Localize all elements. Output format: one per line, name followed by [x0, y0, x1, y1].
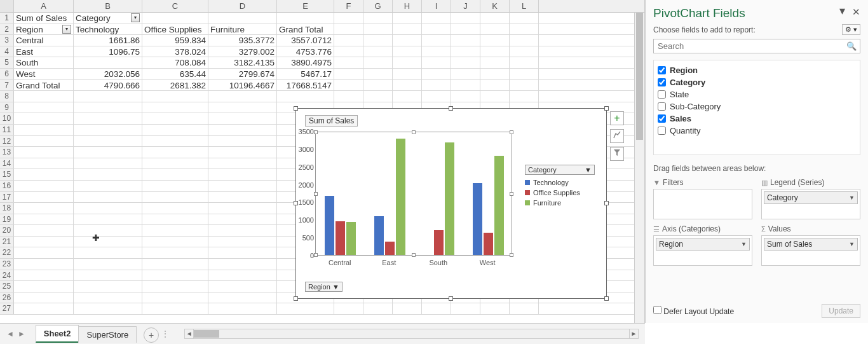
cell[interactable]	[422, 35, 451, 46]
bar[interactable]	[494, 156, 504, 255]
row-header[interactable]: 21	[0, 237, 14, 247]
cell[interactable]	[142, 292, 208, 303]
cell[interactable]	[480, 303, 510, 314]
cell[interactable]	[480, 91, 510, 102]
cell[interactable]	[334, 303, 363, 314]
cell[interactable]: West	[14, 69, 74, 79]
cell[interactable]	[334, 46, 363, 57]
cell[interactable]	[334, 13, 363, 24]
col-header-J[interactable]: J	[451, 0, 480, 12]
chart-title[interactable]: Sum of Sales	[305, 115, 358, 127]
cell[interactable]: 708.084	[142, 57, 208, 68]
cell[interactable]	[142, 91, 208, 102]
cell[interactable]	[422, 46, 451, 57]
col-header-B[interactable]: B	[74, 0, 142, 12]
cell[interactable]	[74, 303, 142, 314]
cell[interactable]	[142, 125, 208, 135]
cell[interactable]	[208, 13, 277, 24]
cell[interactable]	[74, 214, 142, 225]
cell[interactable]	[14, 259, 74, 270]
cell[interactable]	[74, 169, 142, 180]
cell[interactable]	[363, 46, 393, 57]
cell[interactable]	[393, 46, 422, 57]
row-header[interactable]: 10	[0, 113, 14, 124]
cell[interactable]	[334, 35, 363, 46]
field-checkbox[interactable]	[658, 102, 666, 111]
col-header-I[interactable]: I	[422, 0, 451, 12]
field-item-state[interactable]: State	[656, 88, 857, 100]
cell[interactable]	[277, 91, 334, 102]
bar[interactable]	[374, 216, 384, 255]
cell[interactable]: 2032.056	[74, 69, 142, 79]
cell[interactable]	[393, 80, 422, 91]
cell[interactable]	[334, 57, 363, 68]
cell[interactable]	[208, 192, 277, 203]
cell[interactable]	[363, 69, 393, 79]
bar[interactable]	[396, 139, 405, 255]
cell[interactable]: Category▾	[74, 13, 142, 24]
row-header[interactable]: 15	[0, 169, 14, 180]
cell[interactable]	[451, 13, 480, 24]
field-checkbox[interactable]	[658, 66, 666, 74]
cell[interactable]	[451, 24, 480, 35]
cell[interactable]	[14, 192, 74, 203]
cell[interactable]	[142, 136, 208, 147]
cell[interactable]	[363, 303, 393, 314]
pivot-chart[interactable]: Sum of Sales 050010001500200025003000350…	[295, 108, 607, 299]
cell[interactable]	[74, 113, 142, 124]
axis-chip-region[interactable]: Region▼	[656, 238, 750, 251]
bar[interactable]	[325, 196, 334, 255]
cell[interactable]	[74, 225, 142, 236]
cell[interactable]	[393, 69, 422, 79]
cell[interactable]	[74, 125, 142, 135]
cell[interactable]	[208, 247, 277, 258]
cell[interactable]	[510, 24, 539, 35]
cell[interactable]	[142, 158, 208, 169]
cell[interactable]	[277, 13, 334, 24]
cell[interactable]	[208, 270, 277, 281]
cell[interactable]	[14, 102, 74, 113]
field-checkbox[interactable]	[658, 78, 666, 86]
bar[interactable]	[473, 183, 482, 255]
cell[interactable]	[363, 57, 393, 68]
horizontal-scrollbar[interactable]: ◄►	[184, 329, 639, 339]
bar[interactable]	[385, 242, 395, 255]
cell[interactable]: 2799.674	[208, 69, 277, 79]
row-header[interactable]: 26	[0, 292, 14, 303]
col-header-F[interactable]: F	[334, 0, 363, 12]
axis-region-button[interactable]: Region ▼	[305, 282, 342, 292]
cell[interactable]	[74, 91, 142, 102]
row-header[interactable]: 11	[0, 125, 14, 135]
cell[interactable]	[74, 158, 142, 169]
cell[interactable]	[208, 147, 277, 158]
cell[interactable]: Region▾	[14, 24, 74, 35]
cell[interactable]	[422, 69, 451, 79]
cell[interactable]	[510, 13, 539, 24]
cell[interactable]	[480, 69, 510, 79]
row-header[interactable]: 16	[0, 181, 14, 191]
cell[interactable]	[142, 147, 208, 158]
cell[interactable]	[14, 214, 74, 225]
col-header-L[interactable]: L	[510, 0, 539, 12]
cell[interactable]	[208, 237, 277, 247]
cell[interactable]	[208, 91, 277, 102]
chart-legend[interactable]: Category▼ TechnologyOffice SuppliesFurni…	[525, 165, 595, 209]
cell[interactable]: 1661.86	[74, 35, 142, 46]
legend-item[interactable]: Furniture	[525, 199, 595, 207]
cell[interactable]	[451, 57, 480, 68]
row-header[interactable]: 1	[0, 13, 14, 24]
cell[interactable]	[74, 57, 142, 68]
col-header-H[interactable]: H	[393, 0, 422, 12]
cell[interactable]: 4790.666	[74, 80, 142, 91]
cell[interactable]	[142, 237, 208, 247]
tab-nav-buttons[interactable]: ◄►	[0, 329, 32, 338]
cell[interactable]	[74, 237, 142, 247]
cell[interactable]	[363, 91, 393, 102]
bar[interactable]	[484, 233, 493, 255]
cell[interactable]	[334, 80, 363, 91]
cell[interactable]	[510, 91, 539, 102]
cell[interactable]	[393, 57, 422, 68]
cell[interactable]	[14, 303, 74, 314]
cell[interactable]: 4753.776	[277, 46, 334, 57]
cell[interactable]	[74, 292, 142, 303]
